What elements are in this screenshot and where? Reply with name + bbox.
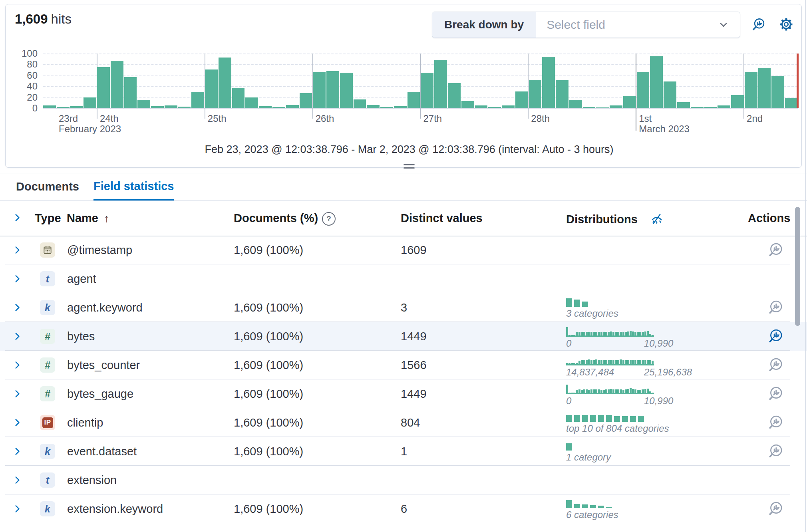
table-row-extension.keyword: kextension.keyword1,609 (100%)66 categor…	[0, 494, 807, 523]
breakdown-select[interactable]: Break down by Select field	[432, 12, 740, 38]
resize-handle[interactable]	[404, 164, 415, 171]
hits-summary: 1,609hits	[15, 12, 72, 27]
tab-documents[interactable]: Documents	[16, 173, 79, 200]
text-field-icon: t	[40, 472, 55, 488]
documents-percent: 1,609 (100%)	[234, 322, 303, 351]
histogram-bar	[488, 107, 501, 108]
expand-row-chevron-icon[interactable]	[12, 245, 22, 255]
table-row-extension: textension	[0, 466, 807, 494]
keyword-field-icon: k	[40, 501, 55, 516]
col-header-distributions: Distributions	[566, 212, 664, 229]
expand-row-chevron-icon[interactable]	[12, 389, 22, 399]
histogram-bar	[151, 106, 164, 108]
histogram-bar	[205, 69, 218, 108]
histogram-bar	[556, 80, 568, 108]
histogram-bar	[745, 72, 757, 108]
histogram-bar	[286, 105, 299, 108]
expand-row-chevron-icon[interactable]	[12, 475, 22, 485]
distribution-caption: 010,990	[566, 395, 702, 407]
y-tick-label: 100	[13, 48, 38, 59]
edit-visualization-lens-icon[interactable]	[751, 17, 766, 32]
field-name: bytes_counter	[67, 351, 140, 379]
window-right-edge	[805, 0, 806, 532]
documents-percent: 1,609 (100%)	[234, 351, 303, 379]
help-question-icon[interactable]: ?	[322, 212, 336, 226]
category-mini-bars	[566, 412, 702, 422]
table-row-bytes: #bytes1,609 (100%)1449010,990	[0, 322, 807, 351]
table-row-clientip: IPclientip1,609 (100%)804top 10 of 804 c…	[0, 408, 807, 437]
explore-in-lens-icon[interactable]	[767, 500, 784, 517]
field-name: event.dataset	[67, 437, 137, 466]
histogram-bar	[313, 72, 326, 108]
mini-histogram	[566, 383, 654, 394]
category-mini-bars	[566, 498, 702, 508]
tab-field-statistics[interactable]: Field statistics	[93, 173, 174, 200]
breakdown-placeholder[interactable]: Select field	[536, 12, 718, 38]
time-range-caption: Feb 23, 2023 @ 12:03:38.796 - Mar 2, 202…	[6, 143, 807, 156]
histogram-bar	[245, 97, 258, 108]
explore-in-lens-icon[interactable]	[767, 385, 784, 402]
row-divider	[5, 523, 790, 523]
hide-distributions-eye-icon[interactable]	[650, 212, 664, 229]
field-name: clientip	[67, 408, 103, 437]
keyword-field-icon: k	[40, 444, 55, 459]
distinct-values: 1566	[401, 351, 427, 379]
histogram-bar	[583, 107, 596, 108]
table-row-bytes_gauge: #bytes_gauge1,609 (100%)1449010,990	[0, 379, 807, 408]
expand-row-chevron-icon[interactable]	[12, 360, 22, 370]
expand-row-chevron-icon[interactable]	[12, 504, 22, 514]
histogram-bar	[232, 88, 245, 108]
expand-row-chevron-icon[interactable]	[12, 302, 22, 313]
distinct-values: 3	[401, 293, 407, 322]
histogram-bar	[367, 105, 380, 108]
documents-percent: 1,609 (100%)	[234, 437, 303, 466]
explore-in-lens-icon[interactable]	[767, 414, 784, 431]
histogram-bar	[542, 57, 555, 108]
distribution-preview: top 10 of 804 categories	[566, 412, 702, 434]
expand-row-chevron-icon[interactable]	[12, 274, 22, 284]
chart-options-gear-icon[interactable]	[779, 17, 793, 32]
expand-all-chevron-icon[interactable]	[12, 212, 22, 223]
x-tick-label: March 2023	[639, 123, 690, 135]
documents-percent: 1,609 (100%)	[234, 293, 303, 322]
distribution-preview: 6 categories	[566, 498, 702, 520]
explore-in-lens-icon[interactable]	[767, 242, 784, 258]
histogram-bars[interactable]	[43, 54, 798, 108]
col-header-type: Type	[35, 212, 61, 225]
documents-histogram[interactable]	[43, 54, 798, 108]
expand-row-chevron-icon[interactable]	[12, 446, 22, 457]
histogram-bar	[569, 100, 582, 108]
expand-row-chevron-icon[interactable]	[12, 331, 22, 341]
ip-field-icon: IP	[40, 415, 55, 430]
documents-percent: 1,609 (100%)	[234, 494, 303, 523]
field-name: @timestamp	[67, 236, 132, 264]
explore-in-lens-icon[interactable]	[767, 443, 784, 460]
distribution-preview: 3 categories	[566, 297, 702, 319]
histogram-bar	[259, 106, 272, 108]
x-tick-label: 23rd	[59, 113, 78, 124]
distinct-values: 1449	[401, 322, 427, 351]
field-name: extension	[67, 466, 117, 494]
x-tick-label: 1st	[639, 113, 652, 124]
explore-in-lens-icon[interactable]	[767, 299, 784, 316]
expand-row-chevron-icon[interactable]	[12, 417, 22, 428]
histogram-bar	[137, 100, 150, 108]
histogram-bar	[434, 60, 447, 108]
histogram-bar	[326, 71, 339, 108]
histogram-bar	[272, 107, 285, 108]
explore-in-lens-icon[interactable]	[767, 328, 784, 345]
y-tick-label: 40	[13, 81, 38, 92]
histogram-bar	[124, 77, 137, 108]
table-row-agent.keyword: kagent.keyword1,609 (100%)33 categories	[0, 293, 807, 322]
col-header-name[interactable]: Name↑	[67, 212, 109, 225]
y-tick-label: 0	[13, 103, 38, 114]
histogram-bar	[475, 105, 488, 108]
x-tick-label: 25th	[208, 113, 227, 124]
histogram-bar	[340, 73, 353, 108]
explore-in-lens-icon[interactable]	[767, 357, 784, 373]
histogram-bar	[448, 83, 461, 108]
table-scrollbar-thumb[interactable]	[795, 207, 800, 326]
col-header-documents: Documents (%)?	[234, 212, 336, 226]
histogram-bar	[785, 98, 798, 108]
chevron-down-icon[interactable]	[718, 12, 740, 38]
